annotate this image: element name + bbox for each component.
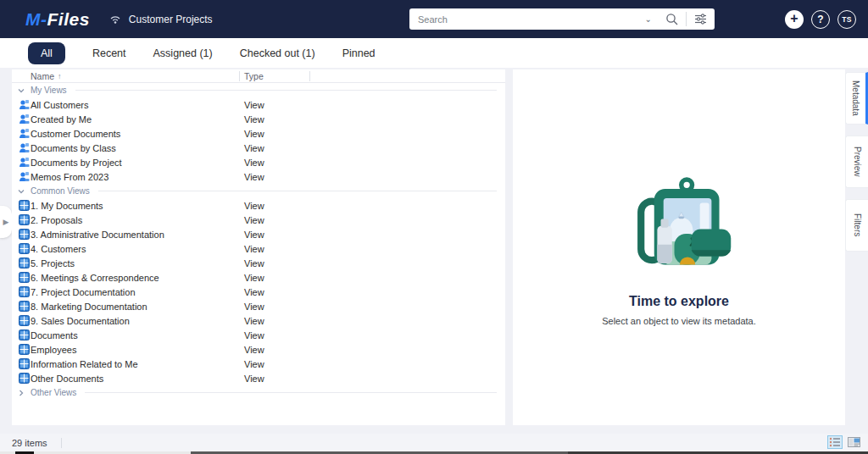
preview-view-toggle-icon[interactable] bbox=[846, 435, 861, 449]
item-name: Documents by Class bbox=[31, 143, 116, 153]
list-item[interactable]: Created by Me View bbox=[12, 112, 505, 126]
side-tab-filters[interactable]: Filters bbox=[845, 199, 868, 252]
item-name: Documents bbox=[31, 330, 78, 340]
item-name: 7. Project Documentation bbox=[31, 287, 136, 297]
item-type: View bbox=[244, 244, 264, 254]
column-divider[interactable] bbox=[239, 71, 240, 81]
logo-suffix: Files bbox=[47, 9, 90, 29]
column-header-type[interactable]: Type bbox=[244, 71, 264, 81]
sort-ascending-icon: ↑ bbox=[58, 72, 62, 80]
status-divider bbox=[61, 438, 62, 448]
tab-assigned-1[interactable]: Assigned (1) bbox=[153, 42, 213, 64]
search-filters-icon[interactable] bbox=[687, 14, 715, 25]
item-name: Memos From 2023 bbox=[31, 172, 108, 182]
search-input[interactable] bbox=[409, 14, 638, 25]
metadata-panel: Time to explore Select an object to view… bbox=[513, 69, 845, 425]
list-item[interactable]: Documents View bbox=[12, 328, 505, 342]
empty-state-subtitle: Select an object to view its metadata. bbox=[602, 316, 756, 326]
list-item[interactable]: All Customers View bbox=[12, 97, 505, 112]
view-icon bbox=[19, 114, 30, 125]
item-name: Other Documents bbox=[31, 374, 103, 384]
item-name: Customer Documents bbox=[31, 129, 120, 139]
list-item[interactable]: Other Documents View bbox=[12, 371, 505, 385]
group-header[interactable]: Other Views bbox=[12, 385, 505, 400]
view-icon bbox=[19, 373, 30, 384]
search-type-chevron-icon[interactable]: ⌄ bbox=[638, 14, 659, 24]
side-tab-metadata[interactable]: Metadata bbox=[845, 72, 868, 125]
side-tab-preview[interactable]: Preview bbox=[845, 136, 868, 188]
list-item[interactable]: Information Related to Me View bbox=[12, 357, 505, 371]
list-item[interactable]: Documents by Project View bbox=[12, 155, 505, 169]
group-header[interactable]: My Views bbox=[12, 83, 505, 97]
item-type: View bbox=[244, 143, 264, 153]
group-divider-line bbox=[98, 191, 497, 191]
mfiles-logo[interactable]: M-Files bbox=[25, 9, 90, 30]
item-type: View bbox=[244, 100, 264, 110]
chevron-right-icon: ▶ bbox=[3, 218, 9, 226]
status-bar: 29 items bbox=[0, 434, 868, 451]
view-icon bbox=[19, 301, 30, 312]
item-type: View bbox=[244, 330, 264, 340]
column-divider[interactable] bbox=[309, 71, 310, 81]
item-type: View bbox=[244, 302, 264, 312]
list-item[interactable]: 1. My Documents View bbox=[12, 198, 505, 213]
tab-all[interactable]: All bbox=[28, 42, 65, 64]
vault-name[interactable]: Customer Projects bbox=[129, 14, 213, 25]
list-item[interactable]: Memos From 2023 View bbox=[12, 169, 505, 184]
view-icon bbox=[19, 200, 30, 211]
tab-pinned[interactable]: Pinned bbox=[342, 42, 376, 64]
item-type: View bbox=[244, 201, 264, 211]
item-type: View bbox=[244, 287, 264, 297]
group-header[interactable]: Common Views bbox=[12, 184, 505, 198]
item-type: View bbox=[244, 359, 264, 369]
item-count: 29 items bbox=[12, 438, 47, 448]
vault-connection-icon bbox=[108, 14, 122, 25]
help-button[interactable]: ? bbox=[811, 10, 830, 29]
list-item[interactable]: 8. Marketing Documentation View bbox=[12, 299, 505, 313]
view-icon bbox=[19, 286, 30, 297]
left-panel-expand-handle[interactable]: ▶ bbox=[0, 206, 12, 238]
list-item[interactable]: 5. Projects View bbox=[12, 256, 505, 270]
view-icon bbox=[19, 229, 30, 240]
group-chevron-icon bbox=[17, 86, 25, 95]
list-item[interactable]: 2. Proposals View bbox=[12, 213, 505, 227]
column-header-name[interactable]: Name ↑ bbox=[31, 71, 62, 81]
list-item[interactable]: Employees View bbox=[12, 342, 505, 357]
item-name: 8. Marketing Documentation bbox=[31, 302, 147, 312]
list-item[interactable]: 6. Meetings & Correspondence View bbox=[12, 270, 505, 285]
item-name: 2. Proposals bbox=[31, 215, 82, 225]
item-name: 5. Projects bbox=[31, 258, 75, 269]
topbar-actions: + ? TS bbox=[785, 0, 856, 38]
group-chevron-icon bbox=[17, 389, 25, 397]
item-type: View bbox=[244, 230, 264, 240]
group-label: Other Views bbox=[31, 388, 76, 397]
view-icon bbox=[19, 128, 30, 139]
item-type: View bbox=[244, 129, 264, 139]
view-icon bbox=[19, 157, 30, 168]
details-view-toggle-icon[interactable] bbox=[827, 435, 843, 449]
search-bar: ⌄ bbox=[409, 8, 715, 30]
view-icon bbox=[19, 142, 30, 153]
list-item[interactable]: Documents by Class View bbox=[12, 141, 505, 155]
right-side-tab-rail: Metadata Preview Filters bbox=[845, 68, 868, 424]
tab-recent[interactable]: Recent bbox=[92, 42, 126, 64]
list-item[interactable]: 3. Administrative Documentation View bbox=[12, 227, 505, 241]
list-item[interactable]: Customer Documents View bbox=[12, 126, 505, 141]
item-name: Information Related to Me bbox=[31, 359, 138, 369]
list-item[interactable]: 4. Customers View bbox=[12, 241, 505, 256]
view-icon bbox=[19, 243, 30, 254]
create-new-button[interactable]: + bbox=[785, 10, 804, 29]
group-divider-line bbox=[75, 90, 497, 91]
tab-checked-out-1[interactable]: Checked out (1) bbox=[240, 42, 315, 64]
view-icon bbox=[19, 358, 30, 369]
view-icon bbox=[19, 99, 30, 110]
group-label: My Views bbox=[31, 86, 67, 95]
list-item[interactable]: 9. Sales Documentation View bbox=[12, 313, 505, 328]
list-item[interactable]: 7. Project Documentation View bbox=[12, 285, 505, 299]
search-icon[interactable] bbox=[659, 13, 686, 26]
item-name: Employees bbox=[31, 345, 76, 355]
user-avatar[interactable]: TS bbox=[837, 10, 856, 29]
item-type: View bbox=[244, 374, 264, 384]
group-label: Common Views bbox=[31, 186, 90, 196]
item-name: All Customers bbox=[31, 100, 88, 110]
